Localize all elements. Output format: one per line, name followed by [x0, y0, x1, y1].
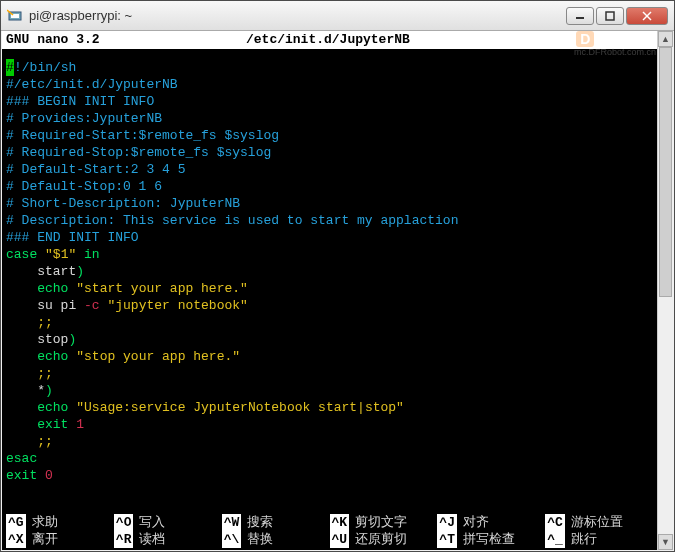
minimize-button[interactable]: [566, 7, 594, 25]
shortcut-item: ^C游标位置: [545, 514, 653, 531]
shortcut-label: 离开: [32, 531, 58, 548]
code-line: ### BEGIN INIT INFO: [6, 93, 653, 110]
code-line: # Required-Stop:$remote_fs $syslog: [6, 144, 653, 161]
shortcut-label: 读档: [139, 531, 165, 548]
shortcut-label: 搜索: [247, 514, 273, 531]
shortcut-item: ^_跳行: [545, 531, 653, 548]
code-line: su pi -c "jupyter notebook": [6, 297, 653, 314]
nano-header: GNU nano 3.2 /etc/init.d/JupyterNB: [2, 31, 657, 49]
shortcut-item: ^T拼写检查: [437, 531, 545, 548]
close-button[interactable]: [626, 7, 668, 25]
shortcut-label: 拼写检查: [463, 531, 515, 548]
shortcut-label: 还原剪切: [355, 531, 407, 548]
code-line: # Provides:JyputerNB: [6, 110, 653, 127]
maximize-button[interactable]: [596, 7, 624, 25]
code-line: # Description: This service is used to s…: [6, 212, 653, 229]
shortcut-key: ^X: [6, 531, 26, 548]
code-line: # Short-Description: JyputerNB: [6, 195, 653, 212]
code-line: ;;: [6, 433, 653, 450]
shortcut-label: 写入: [139, 514, 165, 531]
code-line: #/etc/init.d/JyputerNB: [6, 76, 653, 93]
shortcut-item: ^K剪切文字: [330, 514, 438, 531]
terminal[interactable]: GNU nano 3.2 /etc/init.d/JupyterNB #!/bi…: [2, 31, 657, 550]
code-line: # Default-Stop:0 1 6: [6, 178, 653, 195]
shortcut-label: 对齐: [463, 514, 489, 531]
code-line: echo "Usage:service JyputerNotebook star…: [6, 399, 653, 416]
code-line: #!/bin/sh: [6, 59, 653, 76]
code-line: exit 1: [6, 416, 653, 433]
shortcut-key: ^C: [545, 514, 565, 531]
scroll-up-button[interactable]: ▲: [658, 31, 673, 47]
shortcut-label: 替换: [247, 531, 273, 548]
shortcut-label: 游标位置: [571, 514, 623, 531]
code-line: ;;: [6, 314, 653, 331]
svg-rect-4: [606, 12, 614, 20]
scroll-down-button[interactable]: ▼: [658, 534, 673, 550]
shortcut-key: ^O: [114, 514, 134, 531]
shortcut-label: 求助: [32, 514, 58, 531]
shortcut-item: ^J对齐: [437, 514, 545, 531]
scrollbar[interactable]: ▲ ▼: [657, 31, 673, 550]
code-line: stop): [6, 331, 653, 348]
window-buttons: [566, 7, 668, 25]
nano-file-path: /etc/init.d/JupyterNB: [246, 31, 653, 49]
shortcut-item: ^W搜索: [222, 514, 330, 531]
nano-shortcuts: ^G求助^O写入^W搜索^K剪切文字^J对齐^C游标位置^X离开^R读档^\替换…: [6, 514, 653, 548]
shortcut-key: ^\: [222, 531, 242, 548]
code-line: ### END INIT INFO: [6, 229, 653, 246]
shortcut-item: ^U还原剪切: [330, 531, 438, 548]
shortcut-item: ^R读档: [114, 531, 222, 548]
window: pi@raspberrypi: ~ GNU nano 3.2 /etc/init…: [0, 0, 675, 552]
nano-app-name: GNU nano 3.2: [6, 31, 246, 49]
shortcut-key: ^K: [330, 514, 350, 531]
shortcut-key: ^U: [330, 531, 350, 548]
window-title: pi@raspberrypi: ~: [29, 8, 566, 23]
code-line: # Default-Start:2 3 4 5: [6, 161, 653, 178]
code-line: exit 0: [6, 467, 653, 484]
shortcut-key: ^T: [437, 531, 457, 548]
shortcut-key: ^W: [222, 514, 242, 531]
shortcut-item: ^G求助: [6, 514, 114, 531]
putty-icon: [7, 8, 23, 24]
shortcut-key: ^G: [6, 514, 26, 531]
shortcut-key: ^R: [114, 531, 134, 548]
code-line: # Required-Start:$remote_fs $syslog: [6, 127, 653, 144]
shortcut-label: 剪切文字: [355, 514, 407, 531]
code-line: ;;: [6, 365, 653, 382]
shortcut-key: ^_: [545, 531, 565, 548]
shortcut-item: ^X离开: [6, 531, 114, 548]
shortcut-label: 跳行: [571, 531, 597, 548]
shortcut-key: ^J: [437, 514, 457, 531]
code-line: *): [6, 382, 653, 399]
code-line: echo "stop your app here.": [6, 348, 653, 365]
code-line: echo "start your app here.": [6, 280, 653, 297]
code-line: start): [6, 263, 653, 280]
shortcut-item: ^\替换: [222, 531, 330, 548]
editor-content[interactable]: #!/bin/sh#/etc/init.d/JyputerNB### BEGIN…: [2, 49, 657, 486]
code-line: esac: [6, 450, 653, 467]
shortcut-item: ^O写入: [114, 514, 222, 531]
titlebar[interactable]: pi@raspberrypi: ~: [1, 1, 674, 31]
scroll-thumb[interactable]: [659, 47, 672, 297]
code-line: case "$1" in: [6, 246, 653, 263]
